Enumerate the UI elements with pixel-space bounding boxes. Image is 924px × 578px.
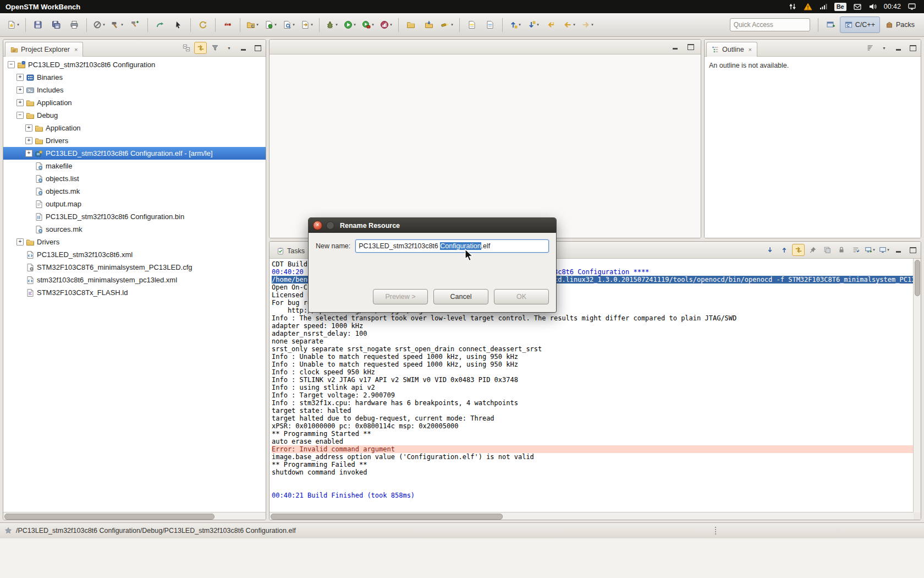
last-edit-location-button[interactable] — [542, 17, 560, 32]
previous-error-button[interactable] — [778, 244, 790, 256]
open-project-button[interactable] — [402, 17, 420, 32]
close-icon[interactable]: × — [749, 46, 752, 53]
project-explorer-hscrollbar[interactable] — [3, 512, 266, 520]
maximize-icon[interactable] — [906, 244, 919, 256]
open-perspective-button[interactable] — [822, 17, 839, 32]
close-icon[interactable]: × — [74, 46, 78, 53]
cpp-per­spective-button[interactable]: CC/C++ — [840, 17, 880, 33]
tab-project-explorer[interactable]: Project Explorer × — [5, 42, 83, 57]
show-console-on-output-button[interactable] — [792, 244, 805, 256]
tree-item[interactable]: +Drivers — [3, 236, 266, 248]
save-button[interactable] — [29, 17, 47, 32]
tree-item[interactable]: stm32f103c8t6_minimalsystem_pc13led.xml — [3, 274, 266, 286]
tree-item[interactable]: PC13LED_stm32f103c8t6 Configuration.bin — [3, 210, 266, 223]
tree-item[interactable]: −Debug — [3, 109, 266, 122]
view-menu-icon[interactable]: ▼ — [878, 42, 890, 54]
ant-build-button[interactable] — [219, 17, 237, 32]
minimize-icon[interactable] — [892, 42, 905, 54]
minimize-icon[interactable] — [892, 244, 905, 256]
next-annotation-button[interactable]: ▾ — [524, 17, 542, 32]
console-vscrollbar[interactable] — [913, 259, 921, 512]
scrollbar-thumb[interactable] — [4, 514, 215, 520]
minimize-icon[interactable] — [237, 42, 250, 54]
expander-icon[interactable]: + — [25, 137, 32, 144]
warning-icon[interactable] — [804, 2, 812, 11]
mail-icon[interactable] — [853, 2, 862, 11]
volume-icon[interactable] — [868, 2, 877, 11]
scrollbar-thumb[interactable] — [271, 514, 503, 520]
sort-button[interactable] — [864, 42, 876, 54]
filter-button[interactable] — [208, 42, 221, 54]
clock[interactable]: 00:42 — [884, 3, 901, 10]
include-browser-button[interactable]: ▾ — [298, 17, 316, 32]
new-c-project-button[interactable]: C▾ — [244, 17, 261, 32]
selection-mode-button[interactable] — [169, 17, 187, 32]
expander-icon[interactable]: + — [25, 150, 32, 157]
profile-button[interactable]: ▾ — [377, 17, 395, 32]
console-hscrollbar[interactable] — [270, 512, 914, 520]
tree-item[interactable]: +Drivers — [3, 134, 266, 147]
tree-item[interactable]: +Application — [3, 96, 266, 109]
new-button[interactable]: ▾ — [4, 17, 22, 32]
keyboard-layout-indicator[interactable]: Be — [834, 3, 846, 11]
open-element-button[interactable]: ▾ — [280, 17, 298, 32]
next-error-button[interactable] — [763, 244, 776, 256]
import-button[interactable] — [420, 17, 438, 32]
tree-item[interactable]: +PC13LED_stm32f103c8t6 Configuration.elf… — [3, 147, 266, 160]
build-button[interactable]: ▾ — [108, 17, 126, 32]
back-button[interactable]: ▾ — [560, 17, 578, 32]
expander-icon[interactable]: − — [8, 61, 15, 68]
run-button[interactable]: ▾ — [341, 17, 359, 32]
ok-button[interactable]: OK — [494, 289, 549, 304]
editor-maximize-icon[interactable] — [684, 41, 697, 53]
network-transfer-icon[interactable] — [788, 2, 797, 11]
open-console-button[interactable]: ▾ — [864, 244, 876, 256]
save-all-button[interactable] — [47, 17, 65, 32]
tree-item[interactable]: objects.mk — [3, 185, 266, 198]
tab-outline[interactable]: Outline × — [706, 42, 757, 57]
word-wrap-button[interactable] — [849, 244, 862, 256]
tab-tasks[interactable]: Tasks — [271, 243, 310, 258]
tree-item[interactable]: +Binaries — [3, 71, 266, 84]
scrollbar-thumb[interactable] — [915, 260, 920, 296]
new-cpp-class-button[interactable]: ▾ — [262, 17, 279, 32]
expander-icon[interactable]: + — [16, 238, 24, 246]
tree-item[interactable]: sources.mk — [3, 223, 266, 236]
expander-icon[interactable]: − — [16, 112, 24, 119]
previous-annotation-button[interactable]: ▾ — [506, 17, 524, 32]
expander-icon[interactable]: + — [16, 86, 24, 94]
build-all-button[interactable] — [127, 17, 144, 32]
tree-item[interactable]: objects.list — [3, 172, 266, 185]
redo-button[interactable] — [151, 17, 169, 32]
editor-minimize-icon[interactable] — [669, 41, 681, 53]
link-with-editor-button[interactable] — [194, 42, 207, 54]
scroll-lock-button[interactable] — [835, 244, 848, 256]
tree-item[interactable]: +Includes — [3, 84, 266, 96]
tree-item[interactable]: makefile — [3, 160, 266, 172]
clear-console-button[interactable] — [821, 244, 833, 256]
display-console-button[interactable]: ▾ — [878, 244, 890, 256]
new-name-input[interactable]: PC13LED_stm32f103c8t6 Configuration.elf — [355, 239, 549, 253]
quick-access-input[interactable] — [730, 18, 810, 31]
refresh-button[interactable] — [194, 17, 212, 32]
tree-item[interactable]: −PC13LED_stm32f103c8t6 Configuration — [3, 58, 266, 71]
tree-item[interactable]: STM32F103C8Tx_FLASH.ld — [3, 286, 266, 299]
dialog-window-icon[interactable] — [326, 221, 334, 230]
tree-item[interactable]: STM32F103C8T6_minimalsystem_PC13LED.cfg — [3, 261, 266, 274]
maximize-icon[interactable] — [251, 42, 264, 54]
display-icon[interactable] — [908, 2, 916, 11]
show-annotations-button[interactable] — [481, 17, 499, 32]
search-button[interactable]: ▾ — [438, 17, 456, 32]
packs-perspective-button[interactable]: Packs — [881, 17, 920, 33]
rename-dialog-titlebar[interactable]: × Rename Resource — [309, 218, 556, 233]
collapse-all-button[interactable] — [180, 42, 193, 54]
tree-item[interactable]: PC13LED_stm32f103c8t6.xml — [3, 248, 266, 261]
expander-icon[interactable]: + — [16, 99, 24, 106]
tree-item[interactable]: +Application — [3, 122, 266, 134]
expander-icon[interactable]: + — [16, 74, 24, 81]
cancel-button[interactable]: Cancel — [433, 289, 488, 304]
expander-icon[interactable]: + — [25, 124, 32, 132]
preview-button[interactable]: Preview > — [373, 289, 428, 304]
print-button[interactable] — [65, 17, 83, 32]
skip-all-breakpoints-button[interactable]: ▾ — [90, 17, 108, 32]
